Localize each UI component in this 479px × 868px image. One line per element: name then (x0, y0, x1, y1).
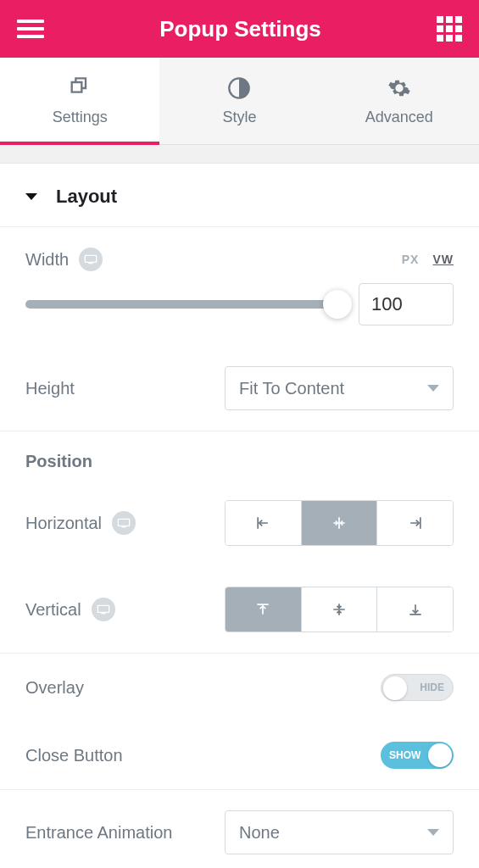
horizontal-align-group (225, 500, 454, 546)
close-button-toggle[interactable]: SHOW (381, 742, 454, 769)
width-label: Width (25, 250, 69, 270)
close-button-label: Close Button (25, 746, 123, 765)
height-value: Fit To Content (239, 379, 344, 398)
responsive-icon[interactable] (112, 511, 136, 535)
vertical-label: Vertical (25, 600, 81, 620)
align-middle-button[interactable] (302, 587, 378, 632)
row-horizontal: Horizontal (25, 480, 454, 566)
app-header: Popup Settings (0, 0, 479, 58)
responsive-icon[interactable] (92, 598, 115, 621)
height-select[interactable]: Fit To Content (225, 366, 454, 410)
unit-switcher: PX VW (402, 253, 454, 266)
tab-settings[interactable]: Settings (0, 58, 159, 145)
horizontal-label: Horizontal (25, 514, 102, 533)
svg-rect-1 (85, 255, 96, 262)
toggle-text: SHOW (389, 749, 421, 761)
row-close-button: Close Button SHOW (25, 721, 454, 789)
svg-rect-3 (118, 519, 129, 526)
tabs-bar: Settings Style Advanced (0, 58, 479, 145)
svg-rect-13 (101, 613, 105, 614)
align-right-button[interactable] (377, 501, 453, 545)
apps-grid-icon[interactable] (437, 16, 462, 42)
section-toggle-layout[interactable]: Layout (0, 164, 479, 227)
row-height: Height Fit To Content (25, 346, 454, 431)
row-width: Width PX VW (25, 227, 454, 275)
unit-px[interactable]: PX (402, 253, 420, 266)
entrance-value: None (239, 823, 280, 843)
align-top-button[interactable] (226, 587, 302, 632)
row-vertical: Vertical (25, 566, 454, 653)
width-input[interactable] (359, 283, 454, 326)
width-control (25, 275, 454, 346)
overlay-label: Overlay (25, 678, 84, 698)
tab-label: Advanced (365, 108, 433, 125)
width-slider[interactable] (25, 300, 343, 309)
svg-rect-12 (97, 605, 109, 612)
toggle-text: HIDE (420, 682, 444, 693)
svg-rect-4 (121, 526, 125, 527)
toggle-thumb (383, 676, 407, 700)
tab-label: Settings (53, 108, 108, 125)
position-label: Position (25, 431, 454, 480)
page-title: Popup Settings (159, 16, 321, 42)
panel-spacer (0, 145, 479, 164)
tab-style[interactable]: Style (159, 58, 319, 144)
align-center-button[interactable] (302, 501, 378, 545)
entrance-select[interactable]: None (225, 810, 454, 854)
row-entrance-animation: Entrance Animation None (25, 790, 454, 861)
menu-icon[interactable] (17, 15, 44, 42)
chevron-down-icon (427, 829, 439, 836)
tab-label: Style (222, 108, 256, 125)
caret-down-icon (25, 193, 37, 200)
vertical-align-group (225, 587, 454, 632)
style-icon (159, 76, 319, 100)
toggle-thumb (428, 743, 452, 767)
chevron-down-icon (427, 385, 439, 392)
entrance-label: Entrance Animation (25, 823, 172, 843)
unit-vw[interactable]: VW (432, 253, 454, 266)
align-bottom-button[interactable] (377, 587, 453, 632)
tab-advanced[interactable]: Advanced (320, 58, 479, 144)
overlay-toggle[interactable]: HIDE (381, 674, 454, 701)
section-label: Layout (56, 186, 117, 208)
height-label: Height (25, 379, 75, 398)
align-left-button[interactable] (226, 501, 302, 545)
slider-thumb[interactable] (323, 290, 352, 319)
row-overlay: Overlay HIDE (25, 654, 454, 721)
responsive-icon[interactable] (79, 248, 103, 271)
settings-icon (0, 76, 159, 100)
gear-icon (320, 76, 479, 100)
svg-rect-2 (88, 263, 92, 264)
